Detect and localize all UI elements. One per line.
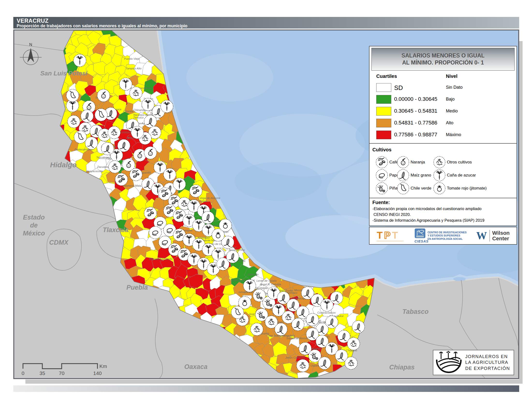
legend-title: SALARIOS MENORES O IGUAL AL MÍNIMO. PROP… [371,48,515,71]
crop-icon-otros[interactable] [296,359,309,372]
crop-icon-cana[interactable] [173,178,186,190]
crop-icon-cana[interactable] [243,280,256,292]
ciesas-line: EN ANTROPOLOGÍA SOCIAL [428,237,467,241]
crop-icon-maiz[interactable] [330,291,343,304]
crop-icon-otros[interactable] [109,160,121,173]
scale-tick-label: 0 [21,370,24,376]
crop-icon-maiz[interactable] [292,318,304,331]
crop-icon-naranja[interactable] [97,89,110,102]
crop-icon-maiz[interactable] [202,211,214,224]
jornaleros-line: JORNALEROS EN [465,354,510,360]
crop-icon-maiz[interactable] [81,110,93,122]
municipality-label: Vega de Alatorre [200,196,220,199]
crop-icon-cafe[interactable] [190,185,202,197]
crop-icon-cana[interactable] [161,100,173,113]
crop-icon-maiz[interactable] [352,321,365,333]
crop-icon-maiz[interactable] [275,323,287,336]
state-label: Tlaxcala [103,226,129,234]
legend-range: 0.77586 - 0.98877 [394,131,437,138]
state-label: Hidalgo [50,161,77,169]
crop-icon-cafe[interactable] [130,168,142,181]
svg-text:N: N [29,42,32,47]
pina-icon [375,182,388,195]
crop-icon-otros[interactable] [67,115,80,128]
municipality-label: Tampico Alto [125,67,142,70]
crop-icon-otros[interactable] [130,87,142,99]
legend-class-row: SDSin Dato [370,83,516,93]
cultivo-item: Otros cultivos [433,156,498,169]
naranja-icon [397,156,410,169]
cultivo-label: Otros cultivos [447,160,498,165]
crop-icon-maiz[interactable] [318,357,331,369]
municipality-label: Filomeno Mata [123,184,141,187]
crop-icon-naranja[interactable] [133,149,146,161]
legend-range: 0.54831 - 0.77586 [394,120,437,126]
tpt-letter-t1: T [377,230,384,241]
crop-icon-cana[interactable] [142,98,154,111]
municipality-label: Colipa [199,200,207,203]
crop-icon-otros[interactable] [108,126,120,139]
legend-range: 0.00000 - 0.30645 [394,96,437,102]
cana-icon [433,169,446,182]
crop-icon-cana[interactable] [163,168,176,181]
legend-divider-1 [370,143,516,144]
crop-icon-maiz[interactable] [306,313,319,326]
tpt-letter-t2: T [392,230,399,241]
crop-icon-cana[interactable] [131,126,144,139]
cultivo-item: Maíz grano [397,169,433,182]
jornaleros-line: LA AGRICULTURA [465,360,510,365]
crop-icon-maiz[interactable] [85,137,98,149]
wilson-center-logo: W WilsonCenter [476,230,510,242]
state-label: CDMX [49,239,69,246]
scale-tick-label: 140 [93,370,102,376]
crop-icon-otros[interactable] [250,323,263,336]
cultivo-label: Chile verde [411,186,433,191]
wilson-divider [489,230,490,242]
legend-panel: SALARIOS MENORES O IGUAL AL MÍNIMO. PROP… [369,46,517,226]
cultivo-label: Naranja [411,160,433,165]
crop-icon-chile[interactable] [231,306,244,319]
legend-swatch [376,95,391,104]
municipality-label: Jesús Carranza [285,356,305,359]
municipality-label: Coatzacoalcos [317,311,336,314]
cultivo-item: Naranja [397,156,433,169]
crop-icon-naranja[interactable] [144,147,157,159]
scale-unit-label: Km [99,363,107,369]
cafe-icon [375,156,388,169]
fuente-line: -Sistema de Información Agropecuaria y P… [372,218,484,223]
crop-icon-chile[interactable] [74,131,86,143]
wilson-line: Center [492,236,510,241]
cultivo-label: Tomate rojo (jitomate) [447,186,498,191]
crop-icon-cana[interactable] [74,54,86,67]
crop-icon-otros[interactable] [347,337,360,350]
otros-icon [433,156,446,169]
crop-icon-otros[interactable] [345,357,357,369]
tpt-tagline [377,241,403,241]
jornaleros-line: DE EXPORTACIÓN [465,365,510,371]
state-label: Puebla [126,284,148,291]
quartiles-header: Cuartiles [376,74,397,79]
tomate-icon [433,182,446,195]
chile-icon [397,182,410,195]
crop-icon-chile[interactable] [95,109,107,121]
crop-icon-papa[interactable] [149,226,162,239]
logos-strip: TPT CIESAS CENTRO DE INVESTIGACIONESY ES… [369,227,517,245]
municipality-label: Zacualpan [97,165,110,168]
crop-icon-cafe[interactable] [115,173,128,186]
cultivos-header: Cultivos [372,147,391,153]
coastal-lagoon [453,277,466,281]
crop-icon-cafe[interactable] [144,207,157,220]
crop-icon-maiz[interactable] [226,251,239,263]
legend-range: SD [394,84,403,92]
state-label: San Luis Potosí [40,70,88,77]
crop-icon-maiz[interactable] [101,142,114,155]
crop-icon-maiz[interactable] [144,115,157,128]
crop-icon-chile[interactable] [66,89,79,102]
crop-icon-tomate[interactable] [219,219,232,232]
cultivo-item: Caña de azucar [433,169,498,182]
crop-icon-cana[interactable] [119,78,132,90]
crop-icon-maiz[interactable] [325,316,338,328]
legend-class-row: 0.77586 - 0.98877Máximo [370,130,516,141]
cultivo-item: Chile verde [397,182,433,195]
legend-class-row: 0.30645 - 0.54831Medio [370,106,516,117]
